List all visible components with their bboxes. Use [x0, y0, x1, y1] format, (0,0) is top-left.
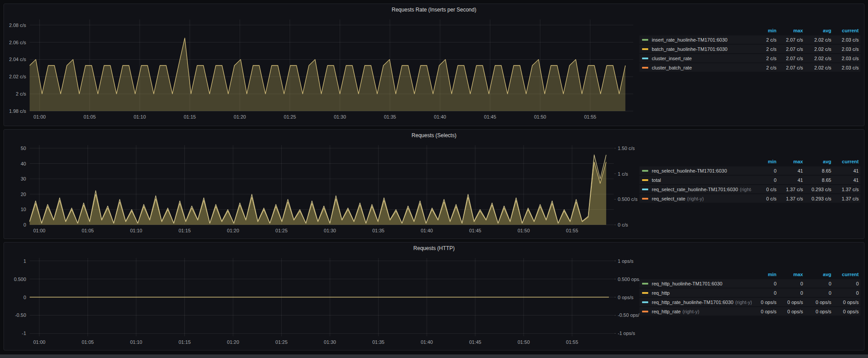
legend-header-max[interactable]: max	[776, 159, 803, 164]
x-tick-label: 01:10	[130, 339, 142, 345]
legend-series-name[interactable]: req_http	[652, 290, 669, 296]
legend-row: batch_rate_huolinhe-TM1701:60302 c/s2.07…	[639, 45, 860, 53]
legend-value-current: 2.03 c/s	[831, 56, 860, 61]
x-tick-label: 01:40	[421, 228, 433, 233]
dashboard: Requests Rate (Inserts per Second) 01:00…	[0, 0, 868, 358]
legend-series-name[interactable]: batch_rate_huolinhe-TM1701:6030	[652, 46, 727, 52]
x-tick-label: 01:20	[227, 339, 239, 345]
legend-inserts: minmaxavgcurrentinsert_rate_huolinhe-TM1…	[639, 15, 860, 73]
y-tick-label: -0.50	[15, 312, 26, 318]
legend-row: cluster_insert_rate2 c/s2.07 c/s2.02 c/s…	[639, 54, 860, 62]
legend-value-min: 0	[752, 168, 776, 173]
legend-header-current[interactable]: current	[831, 28, 860, 33]
legend-http: minmaxavgcurrentreq_http_huolinhe-TM1701…	[639, 254, 860, 316]
graph-canvas-inserts[interactable]: 01:0001:0501:1001:1501:2001:2501:3001:35…	[8, 15, 639, 124]
y-tick-label: 0.500	[14, 277, 26, 282]
legend-series-name[interactable]: req_http_huolinhe-TM1701:6030	[652, 281, 723, 286]
chart-svg[interactable]: 01:0001:0501:1001:1501:2001:2501:3001:35…	[8, 15, 639, 123]
y-tick-label: 0	[23, 222, 26, 227]
legend-series-name[interactable]: req_select_huolinhe-TM1701:6030	[652, 168, 727, 173]
y-right-tick-label: -1 ops/s	[618, 331, 635, 336]
graph-canvas-selects[interactable]: 01:0001:0501:1001:1501:2001:2501:3001:35…	[8, 141, 639, 238]
legend-series-name[interactable]: total	[652, 177, 661, 183]
legend-value-max: 1.37 c/s	[776, 187, 803, 192]
legend-value-max: 41	[776, 168, 803, 173]
y-right-tick-label: 0.500 ops/s	[618, 277, 639, 282]
y-right-tick-label: 1.50 c/s	[618, 146, 635, 151]
panel-requests-rate-inserts: Requests Rate (Inserts per Second) 01:00…	[4, 4, 864, 126]
legend-value-avg: 2.02 c/s	[803, 46, 831, 52]
legend-series-name[interactable]: req_select_rate	[652, 196, 685, 201]
legend-header-min[interactable]: min	[752, 272, 776, 277]
series-color-dash-icon	[642, 48, 648, 50]
legend-series-name[interactable]: req_http_rate	[652, 309, 681, 314]
legend-series-name[interactable]: cluster_insert_rate	[652, 56, 692, 61]
legend-value-avg: 8.65	[803, 168, 831, 173]
legend-header-avg[interactable]: avg	[803, 159, 831, 164]
legend-series-name[interactable]: cluster_batch_rate	[652, 65, 692, 70]
legend-value-avg: 2.02 c/s	[803, 56, 831, 61]
legend-series-name[interactable]: insert_rate_huolinhe-TM1701:6030	[652, 37, 727, 42]
legend-series-name[interactable]: req_select_rate_huolinhe-TM1701:6030	[652, 187, 738, 192]
legend-series-name[interactable]: req_http_rate_huolinhe-TM1701:6030	[652, 300, 734, 305]
x-tick-label: 01:30	[324, 339, 336, 345]
panel-title-requests-rate-inserts[interactable]: Requests Rate (Inserts per Second)	[8, 4, 860, 15]
x-tick-label: 01:55	[566, 339, 578, 345]
x-tick-label: 01:10	[134, 114, 146, 119]
series-color-dash-icon	[642, 301, 648, 303]
legend-header-current[interactable]: current	[831, 272, 860, 277]
series-color-dash-icon	[642, 170, 648, 172]
legend-series-label: req_http_rate(right-y)	[639, 309, 752, 314]
legend-header-avg[interactable]: avg	[803, 272, 831, 277]
legend-row: req_http_rate(right-y)0 ops/s0 ops/s0 op…	[639, 307, 860, 316]
x-tick-label: 01:55	[566, 228, 578, 233]
legend-series-axis-suffix: (right-y)	[682, 309, 699, 314]
legend-value-min: 0 c/s	[752, 187, 776, 192]
x-tick-label: 01:45	[469, 339, 482, 345]
y-right-tick-label: 0 c/s	[618, 222, 628, 227]
chart-svg[interactable]: 01:0001:0501:1001:1501:2001:2501:3001:35…	[8, 141, 639, 236]
legend-header-min[interactable]: min	[752, 159, 776, 164]
x-tick-label: 01:05	[84, 114, 96, 119]
legend-value-max: 2.07 c/s	[776, 65, 803, 70]
legend-header-current[interactable]: current	[831, 159, 860, 164]
legend-value-avg: 2.02 c/s	[803, 37, 831, 42]
x-tick-label: 01:25	[275, 339, 288, 345]
legend-selects: minmaxavgcurrentreq_select_huolinhe-TM17…	[639, 141, 860, 204]
legend-value-avg: 0	[803, 290, 831, 296]
graph-canvas-http[interactable]: 01:0001:0501:1001:1501:2001:2501:3001:35…	[8, 254, 639, 350]
legend-value-current: 41	[831, 177, 860, 183]
legend-value-max: 1.37 c/s	[776, 196, 803, 201]
panel-body: 01:0001:0501:1001:1501:2001:2501:3001:35…	[8, 15, 860, 124]
legend-header-max[interactable]: max	[776, 272, 803, 277]
legend-value-min: 0	[752, 281, 776, 286]
x-tick-label: 01:00	[33, 228, 46, 233]
y-tick-label: 2.04 c/s	[9, 57, 26, 62]
legend-header-avg[interactable]: avg	[803, 28, 831, 33]
legend-value-current: 0 ops/s	[831, 300, 860, 305]
x-tick-label: 01:30	[324, 228, 336, 233]
panel-title-requests-selects[interactable]: Requests (Selects)	[8, 130, 860, 141]
legend-row: req_http_huolinhe-TM1701:60300000	[639, 279, 860, 288]
chart-svg[interactable]: 01:0001:0501:1001:1501:2001:2501:3001:35…	[8, 254, 639, 348]
y-tick-label: 50	[21, 146, 26, 151]
legend-value-max: 0 ops/s	[776, 309, 803, 314]
panel-title-requests-http[interactable]: Requests (HTTP)	[8, 243, 860, 254]
legend-series-label: req_select_rate_huolinhe-TM1701:6030(rig…	[639, 187, 752, 192]
legend-value-avg: 0 ops/s	[803, 309, 831, 314]
legend-header-min[interactable]: min	[752, 28, 776, 33]
legend-series-label: req_select_rate(right-y)	[639, 196, 752, 201]
legend-header-max[interactable]: max	[776, 28, 803, 33]
legend-row: req_http_rate_huolinhe-TM1701:6030(right…	[639, 298, 860, 306]
x-tick-label: 01:35	[384, 114, 396, 119]
panel-body: 01:0001:0501:1001:1501:2001:2501:3001:35…	[8, 141, 860, 238]
y-right-tick-label: 1 c/s	[618, 171, 628, 177]
series-color-dash-icon	[642, 58, 648, 59]
legend-header-row: minmaxavgcurrent	[639, 270, 860, 278]
legend-series-label: req_select_huolinhe-TM1701:6030	[639, 168, 752, 173]
legend-value-current: 1.37 c/s	[831, 187, 860, 192]
legend-value-current: 1.37 c/s	[831, 196, 860, 201]
legend-value-min: 0	[752, 290, 776, 296]
series-area-fill	[30, 38, 625, 111]
y-tick-label: 2 c/s	[16, 91, 27, 96]
